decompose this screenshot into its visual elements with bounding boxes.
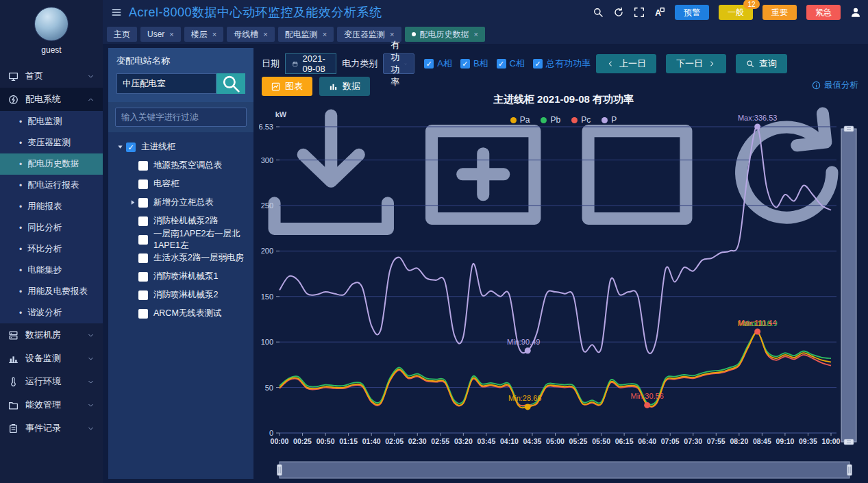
tree-checkbox[interactable] <box>138 161 148 171</box>
tab-主页[interactable]: 主页 <box>107 27 137 42</box>
tree-checkbox[interactable] <box>138 235 148 245</box>
station-search-input[interactable] <box>116 73 216 94</box>
tab-母线槽[interactable]: 母线槽× <box>227 27 274 42</box>
tree-node-消防喷淋机械泵2[interactable]: 消防喷淋机械泵2 <box>111 286 251 304</box>
checkbox-B相[interactable]: ✓B相 <box>460 58 488 70</box>
submenu-item-用能及电费报表[interactable]: •用能及电费报表 <box>0 281 103 302</box>
y-tick-label: 300 <box>261 156 273 164</box>
sidebar-item-配电系统[interactable]: 配电系统 <box>0 88 103 111</box>
y-tick-label: 250 <box>261 201 273 210</box>
tree-filter-input[interactable] <box>115 108 247 127</box>
y-tick-label: 150 <box>261 293 273 301</box>
station-search-button[interactable] <box>216 73 245 94</box>
next-day-button[interactable]: 下一日 <box>666 54 726 73</box>
submenu-item-同比分析[interactable]: •同比分析 <box>0 217 103 238</box>
tree-checkbox[interactable] <box>138 253 148 263</box>
tree-node-一层南1APE2右一层北1APE1左[interactable]: 一层南1APE2右一层北1APE1左 <box>111 230 251 249</box>
refresh-icon[interactable] <box>613 7 624 18</box>
chart-bar-icon <box>329 82 338 91</box>
marker-label-Pc: Min:30.56 <box>631 392 664 400</box>
sidebar-item-能效管理[interactable]: 能效管理 <box>0 393 103 417</box>
sidebar-item-事件记录[interactable]: 事件记录 <box>0 417 103 440</box>
checkbox-A相[interactable]: ✓A相 <box>424 58 452 70</box>
tree-node-地源热泵空调总表[interactable]: 地源热泵空调总表 <box>111 156 251 175</box>
alert-button-1[interactable]: 预警 <box>675 5 709 20</box>
submenu-item-谐波分析[interactable]: •谐波分析 <box>0 302 103 323</box>
extremes-analysis-link[interactable]: 最值分析 <box>812 79 858 91</box>
tab-close-icon[interactable]: × <box>212 30 216 38</box>
tab-配电历史数据[interactable]: 配电历史数据× <box>405 27 485 42</box>
tree-node-label: 消防栓机械泵2路 <box>153 215 218 227</box>
series-line-Pc[interactable] <box>280 332 831 407</box>
tab-配电监测[interactable]: 配电监测× <box>278 27 334 42</box>
no-caret-icon <box>127 236 138 243</box>
alert-badge: 12 <box>743 0 760 9</box>
submenu-item-配电监测[interactable]: •配电监测 <box>0 111 103 132</box>
submenu-item-电能集抄[interactable]: •电能集抄 <box>0 260 103 281</box>
x-datazoom-slider[interactable] <box>277 462 852 478</box>
search-icon[interactable] <box>593 7 604 18</box>
tab-User[interactable]: User× <box>140 27 181 42</box>
tree-node-生活水泵2路一层弱电房[interactable]: 生活水泵2路一层弱电房 <box>111 249 251 267</box>
avatar[interactable] <box>34 7 69 41</box>
bullet-icon: • <box>19 202 22 212</box>
tree-node-消防喷淋机械泵1[interactable]: 消防喷淋机械泵1 <box>111 267 251 286</box>
tree-checkbox[interactable]: ✓ <box>126 143 136 152</box>
x-tick-label: 04:10 <box>500 437 519 445</box>
caret-right-icon[interactable] <box>127 199 138 206</box>
tree-checkbox[interactable] <box>138 216 148 226</box>
submenu-item-label: 配电运行报表 <box>27 179 79 191</box>
tab-close-icon[interactable]: × <box>323 30 327 38</box>
tab-close-icon[interactable]: × <box>263 30 267 38</box>
tab-楼层[interactable]: 楼层× <box>184 27 223 42</box>
sidebar-item-设备监测[interactable]: 设备监测 <box>0 347 103 370</box>
tree-node-label: 消防喷淋机械泵2 <box>153 289 218 301</box>
alert-button-4[interactable]: 紧急 <box>806 5 841 20</box>
tab-close-icon[interactable]: × <box>474 30 478 38</box>
power-category-select[interactable]: 有功功率 <box>383 53 414 74</box>
tree-checkbox[interactable] <box>138 198 148 208</box>
caret-right-icon <box>127 199 138 206</box>
sidebar-item-label: 设备监测 <box>25 352 61 364</box>
tree-node-ARCM无线表测试[interactable]: ARCM无线表测试 <box>111 304 251 323</box>
alert-button-3[interactable]: 重要 <box>762 5 797 20</box>
tree-checkbox[interactable] <box>138 179 148 189</box>
checkbox-总有功功率[interactable]: ✓总有功功率 <box>533 58 591 70</box>
hamburger-icon <box>111 7 122 18</box>
no-caret-icon <box>127 273 138 280</box>
tab-close-icon[interactable]: × <box>390 30 394 38</box>
tree-checkbox[interactable] <box>138 272 148 282</box>
x-tick-label: 00:25 <box>293 437 312 445</box>
sidebar-item-数据机房[interactable]: 数据机房 <box>0 323 103 347</box>
sidebar-item-首页[interactable]: 首页 <box>0 64 103 88</box>
fullscreen-icon[interactable] <box>634 7 645 18</box>
x-tick-label: 06:15 <box>615 437 634 445</box>
user-icon[interactable] <box>850 7 861 18</box>
hamburger-icon[interactable] <box>111 7 122 18</box>
checkbox-C相[interactable]: ✓C相 <box>497 58 525 70</box>
tree-checkbox[interactable] <box>138 309 148 319</box>
query-button[interactable]: 查询 <box>736 54 787 73</box>
y-datazoom-slider[interactable] <box>841 126 856 445</box>
translate-icon[interactable]: A <box>654 7 665 18</box>
tab-close-icon[interactable]: × <box>169 30 173 38</box>
chev-down-icon <box>87 73 95 80</box>
date-picker[interactable]: 2021-09-08 <box>285 53 336 74</box>
submenu-item-环比分析[interactable]: •环比分析 <box>0 238 103 260</box>
tree-node-主进线柜[interactable]: ✓主进线柜 <box>111 138 251 156</box>
x-tick-label: 02:30 <box>408 437 427 445</box>
tree-checkbox[interactable] <box>138 290 148 300</box>
marker-dot-Pc <box>754 328 760 334</box>
tree-node-电容柜[interactable]: 电容柜 <box>111 175 251 193</box>
alert-button-2[interactable]: 一般12 <box>719 5 753 20</box>
series-line-Pb[interactable] <box>280 332 831 406</box>
sidebar-item-运行环境[interactable]: 运行环境 <box>0 370 103 393</box>
tree-node-新增分立柜总表[interactable]: 新增分立柜总表 <box>111 193 251 212</box>
submenu-item-用能报表[interactable]: •用能报表 <box>0 196 103 217</box>
submenu-item-配电运行报表[interactable]: •配电运行报表 <box>0 175 103 196</box>
prev-day-button[interactable]: 上一日 <box>596 54 656 73</box>
sidebar-item-label: 首页 <box>25 70 43 82</box>
submenu-item-配电历史数据[interactable]: •配电历史数据 <box>0 153 103 175</box>
submenu-item-变压器监测[interactable]: •变压器监测 <box>0 132 103 153</box>
caret-down-icon[interactable] <box>115 143 125 151</box>
